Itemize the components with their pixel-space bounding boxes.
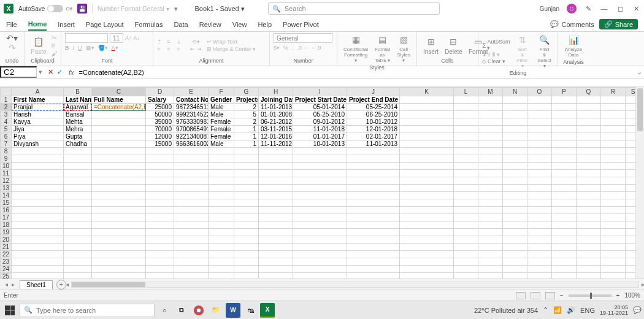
cell-O6[interactable] bbox=[527, 133, 552, 140]
cell-N20[interactable] bbox=[503, 236, 527, 244]
cell-O24[interactable] bbox=[527, 266, 552, 273]
cell-P14[interactable] bbox=[552, 192, 577, 199]
cell-D14[interactable] bbox=[146, 192, 174, 199]
cell-E24[interactable] bbox=[174, 266, 209, 273]
cell-L9[interactable] bbox=[454, 155, 478, 163]
explorer-icon[interactable]: 📁 bbox=[209, 303, 223, 318]
cell-K10[interactable] bbox=[400, 163, 454, 170]
cell-C19[interactable] bbox=[92, 229, 146, 236]
cell-A20[interactable] bbox=[12, 236, 64, 244]
cell-D24[interactable] bbox=[146, 266, 174, 273]
wrap-text-button[interactable]: ↩ Wrap Text bbox=[207, 39, 256, 45]
comma-icon[interactable]: , bbox=[292, 45, 294, 51]
zoom-level[interactable]: 100% bbox=[624, 292, 640, 299]
cell-I10[interactable] bbox=[293, 163, 347, 170]
cell-J20[interactable] bbox=[347, 236, 400, 244]
minimize-icon[interactable]: — bbox=[600, 4, 608, 13]
cell-L8[interactable] bbox=[454, 148, 478, 155]
row-header-16[interactable]: 16 bbox=[1, 207, 12, 214]
cell-N11[interactable] bbox=[503, 170, 527, 177]
cell-L24[interactable] bbox=[454, 266, 478, 273]
cell-L11[interactable] bbox=[454, 170, 478, 177]
align-center-icon[interactable]: ≡ bbox=[167, 46, 175, 52]
cell-F11[interactable] bbox=[209, 170, 234, 177]
cell-L22[interactable] bbox=[454, 251, 478, 258]
indent-icons[interactable]: ⇤ ⇥ bbox=[190, 46, 202, 52]
cell-F10[interactable] bbox=[209, 163, 234, 170]
cell-H7[interactable]: 11-11-2012 bbox=[259, 140, 293, 148]
cell-N2[interactable] bbox=[503, 104, 527, 111]
font-name-input[interactable] bbox=[65, 33, 108, 43]
cell-O20[interactable] bbox=[527, 236, 552, 244]
cell-K12[interactable] bbox=[400, 177, 454, 185]
cell-I13[interactable] bbox=[293, 185, 347, 192]
cell-P1[interactable] bbox=[552, 96, 577, 104]
cell-J11[interactable] bbox=[347, 170, 400, 177]
cell-F22[interactable] bbox=[209, 251, 234, 258]
cell-R25[interactable] bbox=[601, 273, 626, 279]
cell-R7[interactable] bbox=[601, 140, 626, 148]
cell-A9[interactable] bbox=[12, 155, 64, 163]
col-header-B[interactable]: B bbox=[64, 88, 92, 96]
orientation-icon[interactable]: ⟲▾ bbox=[192, 39, 200, 45]
cell-I16[interactable] bbox=[293, 207, 347, 214]
cell-A2[interactable]: Pranjal bbox=[12, 104, 64, 111]
hscroll-left-icon[interactable]: ◂ bbox=[66, 281, 69, 288]
cell-M6[interactable] bbox=[478, 133, 503, 140]
cell-M21[interactable] bbox=[478, 244, 503, 251]
row-header-10[interactable]: 10 bbox=[1, 163, 12, 170]
page-break-view-icon[interactable] bbox=[545, 292, 555, 299]
autosave-toggle[interactable]: AutoSave Off bbox=[18, 5, 72, 12]
cell-C23[interactable] bbox=[92, 258, 146, 266]
cell-E2[interactable]: 9872346511 bbox=[174, 104, 209, 111]
cell-P17[interactable] bbox=[552, 214, 577, 221]
cell-H14[interactable] bbox=[259, 192, 293, 199]
cell-Q3[interactable] bbox=[577, 111, 601, 118]
cell-G17[interactable] bbox=[234, 214, 259, 221]
cell-E6[interactable]: 9221340087 bbox=[174, 133, 209, 140]
cell-N5[interactable] bbox=[503, 126, 527, 133]
cell-O16[interactable] bbox=[527, 207, 552, 214]
sheet-nav-prev-icon[interactable]: ◂ bbox=[5, 281, 8, 288]
cell-L3[interactable] bbox=[454, 111, 478, 118]
cell-M4[interactable] bbox=[478, 118, 503, 126]
cell-J2[interactable]: 05-25-2014 bbox=[347, 104, 400, 111]
cell-N3[interactable] bbox=[503, 111, 527, 118]
col-header-F[interactable]: F bbox=[209, 88, 234, 96]
cell-C9[interactable] bbox=[92, 155, 146, 163]
cell-J25[interactable] bbox=[347, 273, 400, 279]
cell-O9[interactable] bbox=[527, 155, 552, 163]
cell-E1[interactable]: Contact No. bbox=[174, 96, 209, 104]
cell-C17[interactable] bbox=[92, 214, 146, 221]
row-header-15[interactable]: 15 bbox=[1, 199, 12, 207]
start-button[interactable] bbox=[2, 303, 17, 318]
cell-P22[interactable] bbox=[552, 251, 577, 258]
cell-E16[interactable] bbox=[174, 207, 209, 214]
cell-N1[interactable] bbox=[503, 96, 527, 104]
cell-J8[interactable] bbox=[347, 148, 400, 155]
cell-B9[interactable] bbox=[64, 155, 92, 163]
cell-Q25[interactable] bbox=[577, 273, 601, 279]
cell-C6[interactable] bbox=[92, 133, 146, 140]
cell-K7[interactable] bbox=[400, 140, 454, 148]
cell-G8[interactable] bbox=[234, 148, 259, 155]
cell-K23[interactable] bbox=[400, 258, 454, 266]
cell-N6[interactable] bbox=[503, 133, 527, 140]
cell-B18[interactable] bbox=[64, 221, 92, 229]
cell-B24[interactable] bbox=[64, 266, 92, 273]
cell-D5[interactable]: 70000 bbox=[146, 126, 174, 133]
add-sheet-icon[interactable]: + bbox=[56, 280, 66, 290]
cell-P16[interactable] bbox=[552, 207, 577, 214]
cell-Q12[interactable] bbox=[577, 177, 601, 185]
cell-G7[interactable]: 1 bbox=[234, 140, 259, 148]
cell-O1[interactable] bbox=[527, 96, 552, 104]
cell-O22[interactable] bbox=[527, 251, 552, 258]
cell-N13[interactable] bbox=[503, 185, 527, 192]
cell-G13[interactable] bbox=[234, 185, 259, 192]
cell-L5[interactable] bbox=[454, 126, 478, 133]
cell-K6[interactable] bbox=[400, 133, 454, 140]
cell-Q10[interactable] bbox=[577, 163, 601, 170]
cell-L25[interactable] bbox=[454, 273, 478, 279]
cell-F6[interactable]: Female bbox=[209, 133, 234, 140]
cell-K14[interactable] bbox=[400, 192, 454, 199]
